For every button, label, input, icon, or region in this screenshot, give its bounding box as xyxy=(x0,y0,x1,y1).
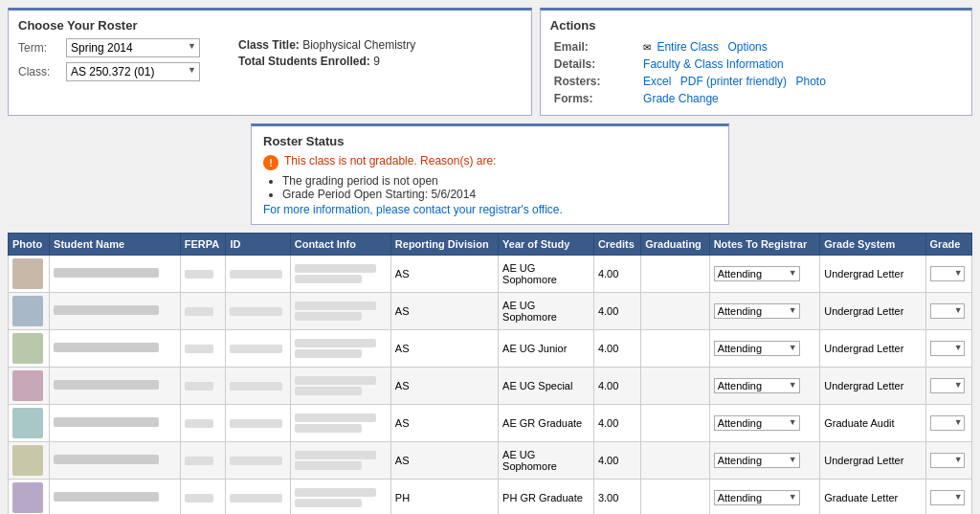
contact-cell xyxy=(290,293,390,330)
roster-table-wrapper: Photo Student Name FERPA ID Contact Info… xyxy=(0,233,980,514)
contact-cell xyxy=(290,405,390,442)
grade-system-cell: Undergrad Letter xyxy=(820,368,925,405)
ferpa-cell xyxy=(180,330,226,368)
rosters-label: Rosters: xyxy=(550,73,639,90)
grade-select[interactable] xyxy=(930,341,965,356)
notes-cell[interactable]: Attending xyxy=(709,480,820,515)
grade-change-link[interactable]: Grade Change xyxy=(643,92,719,105)
class-title-line: Class Title: Biophysical Chemistry xyxy=(238,38,415,52)
ferpa-cell xyxy=(180,368,226,405)
notes-select[interactable]: Attending xyxy=(714,415,800,431)
col-credits: Credits xyxy=(593,234,640,256)
email-actions: ✉ Entire Class Options xyxy=(639,38,962,56)
student-photo xyxy=(12,296,43,326)
roster-status-title: Roster Status xyxy=(263,134,717,148)
actions-table: Email: ✉ Entire Class Options Details: F… xyxy=(550,38,962,107)
col-grade: Grade xyxy=(925,234,971,256)
credits-cell: 4.00 xyxy=(593,405,640,442)
term-select-wrapper[interactable]: Spring 2014 xyxy=(66,38,200,57)
term-select[interactable]: Spring 2014 xyxy=(66,38,200,57)
credits-cell: 4.00 xyxy=(593,293,640,330)
photo-cell xyxy=(9,442,50,480)
choose-roster-title: Choose Your Roster xyxy=(18,18,522,33)
grade-cell[interactable] xyxy=(925,442,971,480)
status-details: The grading period is not open Grade Per… xyxy=(263,174,717,216)
pdf-link[interactable]: PDF (printer friendly) xyxy=(680,75,787,88)
col-id: ID xyxy=(226,234,290,256)
credits-cell: 4.00 xyxy=(593,256,640,293)
notes-select[interactable]: Attending xyxy=(714,303,800,319)
reporting-div-cell: AS xyxy=(390,442,498,480)
year-of-study-cell: AE UG Sophomore xyxy=(499,256,594,293)
col-photo: Photo xyxy=(9,234,50,256)
notes-select[interactable]: Attending xyxy=(714,490,800,505)
class-select-wrapper[interactable]: AS 250.372 (01) xyxy=(66,62,200,81)
graduating-cell xyxy=(641,368,709,405)
student-photo xyxy=(12,445,43,476)
year-of-study-cell: AE UG Sophomore xyxy=(499,293,594,330)
forms-label: Forms: xyxy=(550,90,639,107)
grade-system-cell: Undergrad Letter xyxy=(820,256,925,293)
status-warning: ! This class is not gradable. Reason(s) … xyxy=(263,154,717,170)
notes-cell[interactable]: Attending xyxy=(709,330,820,368)
id-cell xyxy=(226,293,290,330)
notes-select[interactable]: Attending xyxy=(714,341,800,356)
entire-class-link[interactable]: Entire Class xyxy=(657,40,719,54)
roster-table: Photo Student Name FERPA ID Contact Info… xyxy=(8,233,972,514)
excel-link[interactable]: Excel xyxy=(643,75,671,88)
roster-status-area: Roster Status ! This class is not gradab… xyxy=(0,123,980,233)
grade-cell[interactable] xyxy=(925,256,971,293)
notes-select[interactable]: Attending xyxy=(714,378,800,393)
col-reporting-div: Reporting Division xyxy=(390,234,498,256)
grade-select[interactable] xyxy=(930,453,965,468)
student-name-cell xyxy=(50,480,181,515)
year-of-study-cell: AE UG Special xyxy=(499,368,594,405)
photo-cell xyxy=(9,368,50,405)
reporting-div-cell: PH xyxy=(390,480,498,515)
reporting-div-cell: AS xyxy=(390,256,498,293)
photo-cell xyxy=(9,330,50,368)
notes-cell[interactable]: Attending xyxy=(709,405,820,442)
notes-cell[interactable]: Attending xyxy=(709,368,820,405)
faculty-class-link[interactable]: Faculty & Class Information xyxy=(643,57,784,71)
term-label: Term: xyxy=(18,41,66,55)
notes-cell[interactable]: Attending xyxy=(709,293,820,330)
reporting-div-cell: AS xyxy=(390,368,498,405)
email-label: Email: xyxy=(550,38,639,56)
class-select[interactable]: AS 250.372 (01) xyxy=(66,62,200,81)
grade-system-cell: Graduate Audit xyxy=(820,405,925,442)
id-cell xyxy=(226,480,290,515)
grade-cell[interactable] xyxy=(925,330,971,368)
grade-cell[interactable] xyxy=(925,368,971,405)
grade-select[interactable] xyxy=(930,266,965,281)
col-year-of-study: Year of Study xyxy=(499,234,594,256)
roster-actions: Excel PDF (printer friendly) Photo xyxy=(639,73,962,90)
grade-select[interactable] xyxy=(930,415,965,431)
contact-cell xyxy=(290,330,390,368)
reporting-div-cell: AS xyxy=(390,405,498,442)
photo-cell xyxy=(9,256,50,293)
ferpa-cell xyxy=(180,442,226,480)
graduating-cell xyxy=(641,330,709,368)
notes-cell[interactable]: Attending xyxy=(709,256,820,293)
contact-link[interactable]: For more information, please contact you… xyxy=(263,203,563,216)
grade-select[interactable] xyxy=(930,303,965,319)
student-name-cell xyxy=(50,442,181,480)
credits-cell: 4.00 xyxy=(593,368,640,405)
grade-select[interactable] xyxy=(930,378,965,393)
grade-cell[interactable] xyxy=(925,480,971,515)
grade-cell[interactable] xyxy=(925,405,971,442)
id-cell xyxy=(226,405,290,442)
notes-select[interactable]: Attending xyxy=(714,453,800,468)
graduating-cell xyxy=(641,293,709,330)
graduating-cell xyxy=(641,405,709,442)
notes-select[interactable]: Attending xyxy=(714,266,800,281)
graduating-cell xyxy=(641,442,709,480)
student-photo xyxy=(12,408,43,438)
photo-link[interactable]: Photo xyxy=(795,75,825,88)
contact-cell xyxy=(290,442,390,480)
options-link[interactable]: Options xyxy=(727,40,767,54)
grade-cell[interactable] xyxy=(925,293,971,330)
grade-select[interactable] xyxy=(930,490,965,505)
notes-cell[interactable]: Attending xyxy=(709,442,820,480)
